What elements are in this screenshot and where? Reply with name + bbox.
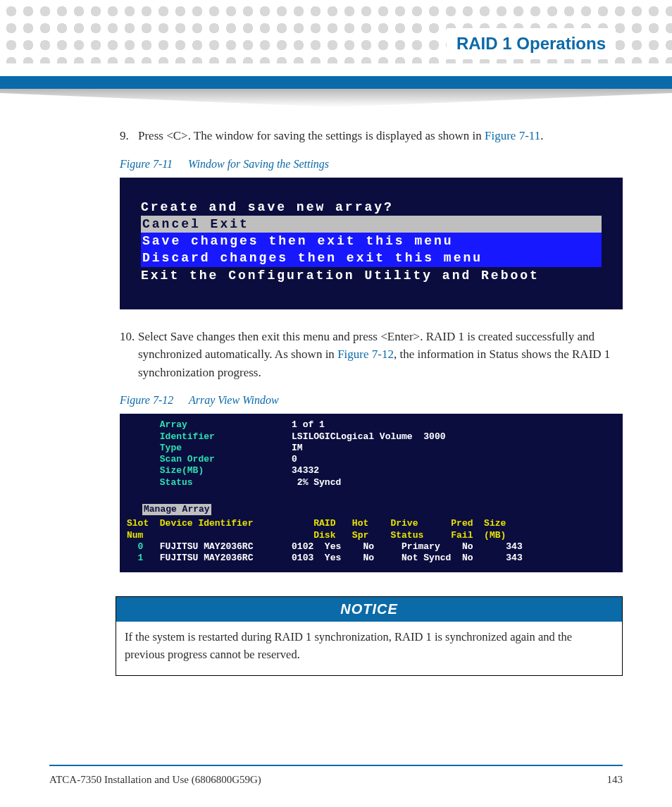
step-10: 10. Select Save changes then exit this m… xyxy=(120,328,623,382)
notice-box: NOTICE If the system is restarted during… xyxy=(116,596,623,676)
footer-page-number: 143 xyxy=(607,774,623,786)
page-header-title: RAID 1 Operations xyxy=(447,28,616,59)
step-text: Press <C>. The window for saving the set… xyxy=(138,129,485,142)
menu-save-exit: Save changes then exit this menu xyxy=(141,233,602,250)
figure-title: Array View Window xyxy=(189,394,279,406)
notice-heading: NOTICE xyxy=(116,597,622,622)
row-slot: 0 xyxy=(127,541,160,552)
step-9: 9. Press <C>. The window for saving the … xyxy=(120,127,623,145)
menu-manage-array: Manage Array xyxy=(142,504,211,515)
figure-7-12-terminal: Array 1 of 1 Identifier LSILOGICLogical … xyxy=(120,414,623,572)
page-content: 9. Press <C>. The window for saving the … xyxy=(120,127,623,676)
field-label-identifier: Identifier xyxy=(160,431,215,442)
row-device-1: FUJITSU MAY2036RC 0103 Yes No Not Syncd … xyxy=(160,553,523,563)
step-number: 9. xyxy=(120,127,138,145)
header-blue-bar xyxy=(0,76,672,89)
row-device-0: FUJITSU MAY2036RC 0102 Yes No Primary No… xyxy=(160,541,523,552)
row-slot: 1 xyxy=(127,553,160,563)
menu-discard-exit: Discard changes then exit this menu xyxy=(141,250,602,266)
figure-link-7-11[interactable]: Figure 7-11 xyxy=(485,129,540,142)
figure-caption-7-11: Figure 7-11 Window for Saving the Settin… xyxy=(120,158,623,171)
notice-body: If the system is restarted during RAID 1… xyxy=(116,622,622,675)
page-footer: ATCA-7350 Installation and Use (6806800G… xyxy=(49,774,623,786)
field-value-scan-order: 0 xyxy=(292,454,297,464)
figure-link-7-12[interactable]: Figure 7-12 xyxy=(337,347,394,361)
field-label-type: Type xyxy=(160,443,182,453)
step-body: Press <C>. The window for saving the set… xyxy=(138,127,623,145)
footer-doc-title: ATCA-7350 Installation and Use (6806800G… xyxy=(49,774,261,786)
figure-7-11-terminal: Create and save new array? Cancel Exit S… xyxy=(120,178,623,309)
field-value-type: IM xyxy=(292,443,303,453)
field-label-array: Array xyxy=(160,419,187,430)
figure-title: Window for Saving the Settings xyxy=(188,158,329,170)
step-text-tail: . xyxy=(540,129,543,142)
field-value-status: 2% Syncd xyxy=(292,477,341,488)
field-value-size: 34332 xyxy=(292,465,319,476)
field-label-status: Status xyxy=(160,477,193,488)
figure-caption-7-12: Figure 7-12 Array View Window xyxy=(120,394,623,407)
step-number: 10. xyxy=(120,328,138,382)
term-prompt: Create and save new array? xyxy=(141,199,602,216)
footer-rule xyxy=(49,765,623,766)
field-label-size: Size(MB) xyxy=(160,465,204,476)
field-value-array: 1 of 1 xyxy=(292,419,325,430)
field-label-scan-order: Scan Order xyxy=(160,454,215,464)
table-header-row-1: Slot Device Identifier RAID Hot Drive Pr… xyxy=(127,518,616,529)
table-header-row-2: Num Disk Spr Status Fail (MB) xyxy=(127,530,616,541)
field-value-identifier: LSILOGICLogical Volume 3000 xyxy=(292,431,445,442)
figure-label: Figure 7-11 xyxy=(120,158,173,170)
menu-cancel-exit: Cancel Exit xyxy=(141,216,602,233)
step-body: Select Save changes then exit this menu … xyxy=(138,328,623,382)
header-wedge xyxy=(0,89,672,107)
menu-exit-reboot: Exit the Configuration Utility and Reboo… xyxy=(141,267,602,284)
figure-label: Figure 7-12 xyxy=(120,394,173,406)
